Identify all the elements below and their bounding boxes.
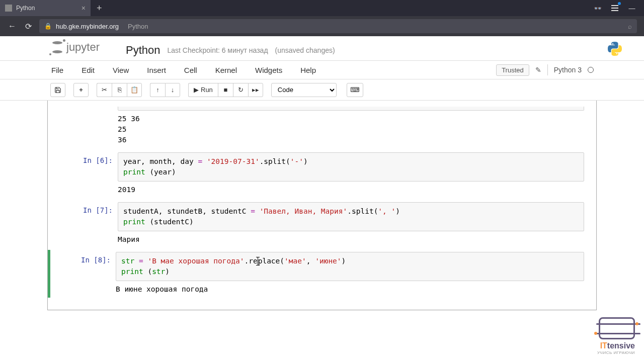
lock-icon: 🔒 bbox=[44, 23, 52, 30]
command-palette-button[interactable]: ⌨ bbox=[347, 83, 363, 97]
checkpoint-text: Last Checkpoint: 6 минут назад bbox=[168, 46, 268, 54]
browser-tab-strip: Python × + 👓 — bbox=[0, 0, 644, 16]
new-tab-button[interactable]: + bbox=[91, 3, 108, 14]
cell-prompt: In [6]: bbox=[50, 152, 118, 196]
menubar: FileEditViewInsertCellKernelWidgetsHelp … bbox=[0, 60, 644, 79]
cell-output: В июне хорошая погода bbox=[116, 281, 584, 296]
code-input-partial[interactable] bbox=[118, 107, 584, 111]
notebook: 25 36 25 36In [6]:year, month, day = '20… bbox=[47, 101, 597, 310]
back-button[interactable]: ← bbox=[7, 22, 17, 31]
notebook-header: jupyter Python Last Checkpoint: 6 минут … bbox=[0, 36, 644, 60]
unsaved-text: (unsaved changes) bbox=[275, 46, 335, 54]
toolbar: + ✂ ⎘ 📋 ↑ ↓ ▶ Run ■ ↻ ▸▸ Code ⌨ bbox=[0, 79, 644, 101]
jupyter-logo-icon bbox=[50, 40, 64, 54]
jupyter-logo[interactable]: jupyter bbox=[50, 38, 116, 56]
cell-prompt: In [7]: bbox=[50, 202, 118, 246]
code-input[interactable]: year, month, day = '2019-07-31'.split('-… bbox=[118, 152, 584, 182]
menu-edit[interactable]: Edit bbox=[80, 64, 96, 76]
run-all-button[interactable]: ▸▸ bbox=[248, 83, 263, 97]
code-cell-selected[interactable]: In [8]:str = 'В мае хорошая погода'.repl… bbox=[48, 250, 594, 298]
edit-icon[interactable]: ✎ bbox=[535, 66, 541, 74]
menu-help[interactable]: Help bbox=[299, 64, 317, 76]
browser-tab[interactable]: Python × bbox=[0, 0, 91, 16]
reload-button[interactable]: ⟳ bbox=[23, 22, 33, 31]
copy-button[interactable]: ⎘ bbox=[112, 83, 127, 97]
cell-prompt bbox=[50, 107, 118, 146]
incognito-icon[interactable]: 👓 bbox=[594, 4, 602, 12]
stop-button[interactable]: ■ bbox=[218, 83, 233, 97]
url-domain: hub.gke.mybinder.org bbox=[56, 23, 119, 30]
menu-kernel[interactable]: Kernel bbox=[214, 64, 238, 76]
browser-url-bar: ← ⟳ 🔒 hub.gke.mybinder.org Python ⌕ bbox=[0, 16, 644, 36]
notebook-title[interactable]: Python bbox=[126, 44, 160, 57]
code-cell[interactable]: In [6]:year, month, day = '2019-07-31'.s… bbox=[50, 150, 594, 198]
code-input[interactable]: studentA, stundetB, studentC = 'Павел, И… bbox=[118, 202, 584, 231]
close-tab-icon[interactable]: × bbox=[82, 4, 86, 12]
divider bbox=[547, 64, 548, 75]
code-cell[interactable]: 25 36 25 36 bbox=[50, 105, 594, 148]
menu-cell[interactable]: Cell bbox=[183, 64, 198, 76]
url-path: Python bbox=[128, 23, 148, 30]
url-field[interactable]: 🔒 hub.gke.mybinder.org Python ⌕ bbox=[39, 19, 637, 33]
code-input[interactable]: str = 'В мае хорошая погода'.replace('ма… bbox=[116, 252, 584, 281]
menu-icon[interactable] bbox=[611, 4, 619, 12]
browser-right-controls: 👓 — bbox=[594, 4, 644, 12]
paste-button[interactable]: 📋 bbox=[127, 83, 142, 97]
cell-output: 2019 bbox=[118, 182, 584, 196]
cell-prompt: In [8]: bbox=[50, 252, 116, 296]
code-cell[interactable]: In [7]:studentA, stundetB, studentC = 'П… bbox=[50, 200, 594, 248]
search-hint-icon[interactable]: ⌕ bbox=[628, 23, 632, 30]
kernel-status-icon bbox=[588, 67, 594, 73]
insert-cell-button[interactable]: + bbox=[73, 83, 89, 97]
cut-button[interactable]: ✂ bbox=[97, 83, 112, 97]
menu-widgets[interactable]: Widgets bbox=[254, 64, 283, 76]
cell-output: 25 36 25 36 bbox=[118, 111, 584, 146]
run-button[interactable]: ▶ Run bbox=[188, 83, 218, 97]
menu-insert[interactable]: Insert bbox=[146, 64, 167, 76]
watermark: ITtensive УЧИСЬ ИГРАЮЧИ bbox=[597, 317, 635, 355]
move-down-button[interactable]: ↓ bbox=[165, 83, 180, 97]
minimize-icon[interactable]: — bbox=[628, 4, 636, 12]
python-logo-icon bbox=[607, 41, 623, 60]
notebook-scroll[interactable]: 25 36 25 36In [6]:year, month, day = '20… bbox=[0, 101, 644, 362]
move-up-button[interactable]: ↑ bbox=[150, 83, 165, 97]
menu-view[interactable]: View bbox=[112, 64, 130, 76]
menu-file[interactable]: File bbox=[50, 64, 64, 76]
cell-output: Мария bbox=[118, 231, 584, 246]
watermark-logo-icon bbox=[599, 317, 635, 339]
cell-type-select[interactable]: Code bbox=[271, 83, 337, 97]
trusted-indicator[interactable]: Trusted bbox=[496, 64, 529, 76]
notebook-favicon-icon bbox=[5, 5, 12, 12]
tab-title: Python bbox=[16, 5, 35, 12]
restart-button[interactable]: ↻ bbox=[233, 83, 248, 97]
save-button[interactable] bbox=[50, 83, 65, 97]
kernel-name[interactable]: Python 3 bbox=[554, 66, 582, 74]
